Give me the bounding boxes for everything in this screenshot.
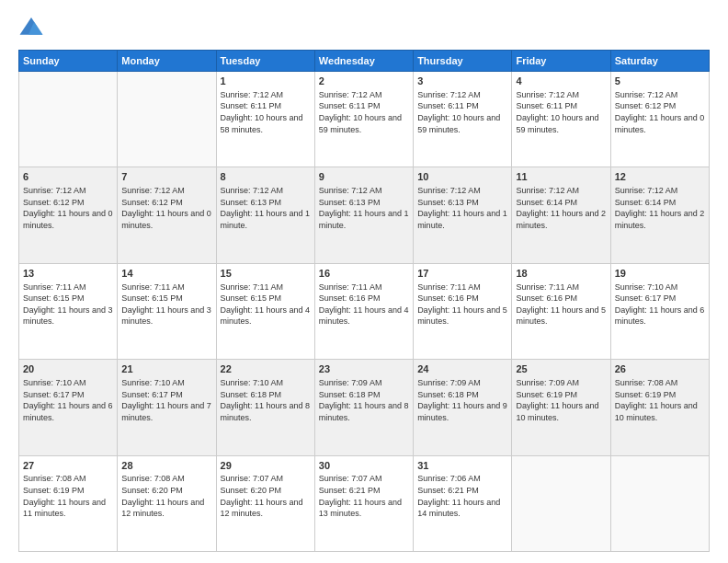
- day-number: 5: [615, 75, 705, 88]
- day-info: Sunrise: 7:07 AM Sunset: 6:20 PM Dayligh…: [221, 473, 311, 519]
- day-number: 17: [417, 267, 507, 281]
- calendar-cell: 23Sunrise: 7:09 AM Sunset: 6:18 PM Dayli…: [314, 360, 413, 455]
- day-number: 15: [221, 267, 311, 281]
- day-info: Sunrise: 7:08 AM Sunset: 6:20 PM Dayligh…: [121, 473, 211, 519]
- day-number: 19: [615, 267, 705, 281]
- calendar-cell: 4Sunrise: 7:12 AM Sunset: 6:11 PM Daylig…: [512, 72, 610, 167]
- calendar-cell: 15Sunrise: 7:11 AM Sunset: 6:15 PM Dayli…: [216, 263, 314, 359]
- calendar-cell: 29Sunrise: 7:07 AM Sunset: 6:20 PM Dayli…: [216, 455, 314, 551]
- day-number: 1: [221, 75, 311, 88]
- calendar-cell: 1Sunrise: 7:12 AM Sunset: 6:11 PM Daylig…: [216, 72, 314, 167]
- day-info: Sunrise: 7:12 AM Sunset: 6:14 PM Dayligh…: [615, 185, 705, 231]
- day-number: 30: [319, 459, 409, 473]
- weekday-header-saturday: Saturday: [610, 51, 709, 72]
- calendar-cell: 26Sunrise: 7:08 AM Sunset: 6:19 PM Dayli…: [610, 360, 709, 455]
- calendar-cell: 5Sunrise: 7:12 AM Sunset: 6:12 PM Daylig…: [610, 72, 709, 167]
- day-info: Sunrise: 7:12 AM Sunset: 6:11 PM Dayligh…: [319, 89, 409, 135]
- calendar-cell: 14Sunrise: 7:11 AM Sunset: 6:15 PM Dayli…: [118, 263, 216, 359]
- day-number: 14: [121, 267, 211, 281]
- logo-icon: [18, 15, 44, 40]
- day-info: Sunrise: 7:06 AM Sunset: 6:21 PM Dayligh…: [417, 473, 507, 519]
- weekday-header-friday: Friday: [512, 51, 610, 72]
- day-info: Sunrise: 7:12 AM Sunset: 6:13 PM Dayligh…: [417, 185, 507, 231]
- day-number: 7: [121, 170, 211, 184]
- day-number: 27: [23, 459, 113, 473]
- calendar-cell: 22Sunrise: 7:10 AM Sunset: 6:18 PM Dayli…: [216, 360, 314, 455]
- day-info: Sunrise: 7:12 AM Sunset: 6:11 PM Dayligh…: [221, 89, 311, 135]
- week-row-2: 6Sunrise: 7:12 AM Sunset: 6:12 PM Daylig…: [19, 167, 710, 263]
- day-number: 2: [319, 75, 409, 88]
- calendar-cell: 8Sunrise: 7:12 AM Sunset: 6:13 PM Daylig…: [216, 167, 314, 263]
- day-number: 4: [516, 75, 606, 88]
- day-info: Sunrise: 7:11 AM Sunset: 6:15 PM Dayligh…: [121, 282, 211, 327]
- calendar-cell: 21Sunrise: 7:10 AM Sunset: 6:17 PM Dayli…: [118, 360, 216, 455]
- day-info: Sunrise: 7:11 AM Sunset: 6:15 PM Dayligh…: [221, 282, 311, 327]
- header: [18, 15, 710, 40]
- calendar-cell: 20Sunrise: 7:10 AM Sunset: 6:17 PM Dayli…: [19, 360, 118, 455]
- day-number: 3: [417, 75, 507, 88]
- calendar-cell: 30Sunrise: 7:07 AM Sunset: 6:21 PM Dayli…: [314, 455, 413, 551]
- calendar-cell: 25Sunrise: 7:09 AM Sunset: 6:19 PM Dayli…: [512, 360, 610, 455]
- calendar-cell: 31Sunrise: 7:06 AM Sunset: 6:21 PM Dayli…: [414, 455, 512, 551]
- calendar-cell: 10Sunrise: 7:12 AM Sunset: 6:13 PM Dayli…: [414, 167, 512, 263]
- calendar-cell: 9Sunrise: 7:12 AM Sunset: 6:13 PM Daylig…: [314, 167, 413, 263]
- day-number: 25: [516, 362, 606, 376]
- day-number: 8: [221, 170, 311, 184]
- day-number: 24: [417, 362, 507, 376]
- calendar-cell: 3Sunrise: 7:12 AM Sunset: 6:11 PM Daylig…: [414, 72, 512, 167]
- week-row-1: 1Sunrise: 7:12 AM Sunset: 6:11 PM Daylig…: [19, 72, 710, 167]
- day-info: Sunrise: 7:11 AM Sunset: 6:16 PM Dayligh…: [319, 282, 409, 327]
- week-row-4: 20Sunrise: 7:10 AM Sunset: 6:17 PM Dayli…: [19, 360, 710, 455]
- day-info: Sunrise: 7:12 AM Sunset: 6:11 PM Dayligh…: [417, 89, 507, 135]
- weekday-header-tuesday: Tuesday: [216, 51, 314, 72]
- weekday-header-row: SundayMondayTuesdayWednesdayThursdayFrid…: [19, 51, 710, 72]
- calendar-cell: 27Sunrise: 7:08 AM Sunset: 6:19 PM Dayli…: [19, 455, 118, 551]
- weekday-header-sunday: Sunday: [19, 51, 118, 72]
- calendar-cell: 24Sunrise: 7:09 AM Sunset: 6:18 PM Dayli…: [414, 360, 512, 455]
- week-row-3: 13Sunrise: 7:11 AM Sunset: 6:15 PM Dayli…: [19, 263, 710, 359]
- day-number: 9: [319, 170, 409, 184]
- calendar-cell: 13Sunrise: 7:11 AM Sunset: 6:15 PM Dayli…: [19, 263, 118, 359]
- day-number: 21: [121, 362, 211, 376]
- calendar-cell: [19, 72, 118, 167]
- day-info: Sunrise: 7:12 AM Sunset: 6:12 PM Dayligh…: [121, 185, 211, 231]
- day-info: Sunrise: 7:11 AM Sunset: 6:15 PM Dayligh…: [23, 282, 113, 327]
- calendar-cell: 12Sunrise: 7:12 AM Sunset: 6:14 PM Dayli…: [610, 167, 709, 263]
- weekday-header-thursday: Thursday: [414, 51, 512, 72]
- day-info: Sunrise: 7:12 AM Sunset: 6:12 PM Dayligh…: [615, 89, 705, 135]
- day-info: Sunrise: 7:09 AM Sunset: 6:18 PM Dayligh…: [417, 377, 507, 423]
- calendar-cell: [118, 72, 216, 167]
- calendar-cell: 16Sunrise: 7:11 AM Sunset: 6:16 PM Dayli…: [314, 263, 413, 359]
- page: SundayMondayTuesdayWednesdayThursdayFrid…: [0, 0, 728, 563]
- day-number: 28: [121, 459, 211, 473]
- weekday-header-wednesday: Wednesday: [314, 51, 413, 72]
- day-info: Sunrise: 7:12 AM Sunset: 6:11 PM Dayligh…: [516, 89, 606, 135]
- day-number: 20: [23, 362, 113, 376]
- day-info: Sunrise: 7:11 AM Sunset: 6:16 PM Dayligh…: [516, 282, 606, 327]
- calendar-cell: 7Sunrise: 7:12 AM Sunset: 6:12 PM Daylig…: [118, 167, 216, 263]
- calendar-cell: 18Sunrise: 7:11 AM Sunset: 6:16 PM Dayli…: [512, 263, 610, 359]
- day-number: 31: [417, 459, 507, 473]
- day-info: Sunrise: 7:12 AM Sunset: 6:13 PM Dayligh…: [319, 185, 409, 231]
- day-info: Sunrise: 7:12 AM Sunset: 6:12 PM Dayligh…: [23, 185, 113, 231]
- day-info: Sunrise: 7:11 AM Sunset: 6:16 PM Dayligh…: [417, 282, 507, 327]
- day-number: 26: [615, 362, 705, 376]
- week-row-5: 27Sunrise: 7:08 AM Sunset: 6:19 PM Dayli…: [19, 455, 710, 551]
- calendar-cell: 19Sunrise: 7:10 AM Sunset: 6:17 PM Dayli…: [610, 263, 709, 359]
- day-info: Sunrise: 7:07 AM Sunset: 6:21 PM Dayligh…: [319, 473, 409, 519]
- day-info: Sunrise: 7:12 AM Sunset: 6:14 PM Dayligh…: [516, 185, 606, 231]
- day-info: Sunrise: 7:10 AM Sunset: 6:18 PM Dayligh…: [221, 377, 311, 423]
- calendar-cell: [512, 455, 610, 551]
- day-info: Sunrise: 7:08 AM Sunset: 6:19 PM Dayligh…: [615, 377, 705, 423]
- day-number: 6: [23, 170, 113, 184]
- calendar-table: SundayMondayTuesdayWednesdayThursdayFrid…: [18, 50, 710, 552]
- day-info: Sunrise: 7:10 AM Sunset: 6:17 PM Dayligh…: [23, 377, 113, 423]
- calendar-cell: 6Sunrise: 7:12 AM Sunset: 6:12 PM Daylig…: [19, 167, 118, 263]
- day-number: 29: [221, 459, 311, 473]
- calendar-cell: 2Sunrise: 7:12 AM Sunset: 6:11 PM Daylig…: [314, 72, 413, 167]
- weekday-header-monday: Monday: [118, 51, 216, 72]
- day-number: 11: [516, 170, 606, 184]
- day-number: 16: [319, 267, 409, 281]
- day-number: 12: [615, 170, 705, 184]
- day-info: Sunrise: 7:10 AM Sunset: 6:17 PM Dayligh…: [121, 377, 211, 423]
